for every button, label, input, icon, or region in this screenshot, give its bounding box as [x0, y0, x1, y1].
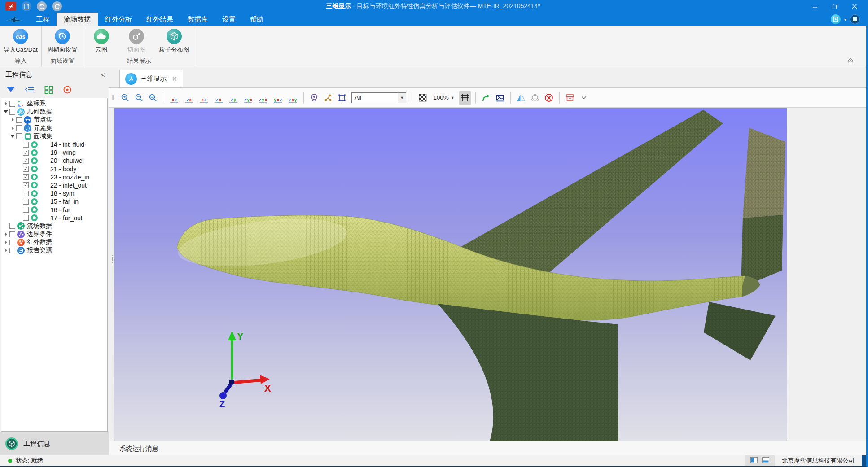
menu-item-3[interactable]: 红外分析: [98, 13, 139, 26]
tree-item[interactable]: 面域集: [1, 132, 107, 140]
zoom-level-select[interactable]: 100%▼: [430, 94, 457, 101]
opacity-button[interactable]: [416, 91, 429, 105]
tree-item[interactable]: 边界条件: [1, 230, 107, 238]
box-select-button[interactable]: [336, 91, 348, 105]
expander-right-icon[interactable]: [10, 118, 15, 122]
tree-item[interactable]: 元素集: [1, 124, 107, 132]
undo-button[interactable]: [37, 1, 47, 11]
redo-button[interactable]: [52, 1, 62, 11]
probe-button[interactable]: [308, 91, 320, 105]
tree-checkbox[interactable]: [23, 142, 29, 148]
tree-item[interactable]: 18 - sym: [1, 189, 107, 197]
panel-collapse-icon[interactable]: <: [101, 71, 105, 79]
mirror-button[interactable]: [515, 91, 527, 105]
view-iso1-button[interactable]: zyx: [256, 91, 270, 105]
tree-checkbox[interactable]: [9, 223, 15, 229]
ribbon-button-cas[interactable]: cas导入Cas/Dat: [1, 28, 40, 54]
tree-checkbox[interactable]: ✓: [23, 158, 29, 164]
tree-checkbox[interactable]: [9, 231, 15, 237]
view-top-button[interactable]: zy: [227, 91, 240, 105]
view-iso2-button[interactable]: yxz: [271, 91, 285, 105]
viewport-3d[interactable]: Y X Z: [114, 108, 787, 441]
archive-button[interactable]: [564, 91, 576, 105]
menu-item-1[interactable]: 工程: [29, 13, 57, 26]
expander-down-icon[interactable]: [10, 134, 15, 139]
tree-checkbox[interactable]: [9, 240, 15, 245]
view-right-button[interactable]: zx: [212, 91, 225, 105]
ribbon-collapse-icon[interactable]: [847, 57, 854, 65]
tree-checkbox[interactable]: ✓: [23, 174, 29, 180]
tree-item[interactable]: ✓23 - nozzle_in: [1, 173, 107, 181]
menu-item-7[interactable]: 帮助: [243, 13, 271, 26]
tree-item[interactable]: 14 - int_fluid: [1, 140, 107, 148]
expander-right-icon[interactable]: [3, 240, 9, 244]
tree-item[interactable]: 17 - far_out: [1, 214, 107, 222]
tree-checkbox[interactable]: [9, 248, 15, 253]
ribbon-button-period-clock[interactable]: 周期面设置: [43, 28, 82, 54]
grid-green-icon[interactable]: [43, 84, 54, 95]
zoom-fit-button[interactable]: [146, 91, 159, 105]
tree-checkbox[interactable]: ✓: [23, 182, 29, 188]
grid-toggle-button[interactable]: [459, 91, 471, 105]
menu-item-4[interactable]: 红外结果: [139, 13, 180, 26]
tab-close-icon[interactable]: ✕: [172, 75, 177, 83]
book-circle-icon[interactable]: [850, 14, 860, 24]
tree-item[interactable]: 报告资源: [1, 246, 107, 254]
list-settings-icon[interactable]: [24, 84, 35, 95]
tree-checkbox[interactable]: ✓: [23, 150, 29, 156]
view-back-button[interactable]: zx: [182, 91, 196, 105]
tree-checkbox[interactable]: [23, 207, 29, 213]
close-button[interactable]: [845, 0, 864, 13]
snapshot-button[interactable]: [494, 91, 506, 105]
menu-item-6[interactable]: 设置: [215, 13, 243, 26]
tree-item[interactable]: 流场数据: [1, 222, 107, 230]
view-bottom-button[interactable]: zyx: [241, 91, 255, 105]
tree-checkbox[interactable]: ✓: [23, 166, 29, 172]
delete-button[interactable]: [543, 91, 555, 105]
view-iso3-button[interactable]: zxy: [286, 91, 299, 105]
target-icon[interactable]: [62, 84, 73, 95]
ribbon-button-cloud[interactable]: 云图: [84, 28, 118, 54]
maximize-button[interactable]: [825, 0, 845, 13]
combo-dropdown-icon[interactable]: ▼: [398, 93, 406, 103]
expander-right-icon[interactable]: [3, 101, 9, 106]
tree-checkbox[interactable]: [16, 125, 22, 131]
tree-checkbox[interactable]: [16, 117, 22, 123]
tree-item[interactable]: ✓22 - inlet_out: [1, 181, 107, 189]
view-left-button[interactable]: xz: [197, 91, 210, 105]
expander-down-icon[interactable]: [3, 109, 9, 114]
toolbar-grip[interactable]: ‖: [111, 94, 114, 101]
tab-3d-view[interactable]: 三维显示 ✕: [119, 70, 183, 87]
app-logo-red[interactable]: [5, 2, 16, 11]
tree-checkbox[interactable]: [16, 133, 22, 139]
particles-button[interactable]: [322, 91, 334, 105]
view-front-button[interactable]: xz: [167, 91, 181, 105]
minimize-button[interactable]: [805, 0, 825, 13]
tree-item[interactable]: 16 - far: [1, 205, 107, 214]
tree-item[interactable]: ✓21 - body: [1, 165, 107, 173]
tree-checkbox[interactable]: [23, 215, 29, 221]
layout-split-icon[interactable]: [750, 457, 758, 464]
tree-checkbox[interactable]: [9, 101, 15, 107]
layout-bottom-icon[interactable]: [762, 457, 769, 464]
run-circle-icon[interactable]: [831, 14, 841, 24]
archive-dropdown-button[interactable]: [578, 91, 590, 105]
zoom-out-button[interactable]: [132, 91, 145, 105]
panel-splitter-handle[interactable]: ⋮⋮: [110, 256, 113, 262]
tree-checkbox[interactable]: [9, 109, 15, 115]
export-button[interactable]: [480, 91, 492, 105]
tree-checkbox[interactable]: [23, 191, 29, 196]
new-doc-button[interactable]: [22, 1, 31, 11]
zoom-in-button[interactable]: [118, 91, 131, 105]
expander-right-icon[interactable]: [10, 126, 15, 131]
display-filter-combo[interactable]: All▼: [351, 92, 406, 103]
tree-item[interactable]: ✓19 - wing: [1, 148, 107, 157]
tree-item[interactable]: 几何数据: [1, 108, 107, 116]
expander-right-icon[interactable]: [3, 232, 9, 236]
tree-item[interactable]: 15 - far_in: [1, 197, 107, 205]
panel-footer[interactable]: 工程信息: [0, 432, 109, 456]
menu-item-5[interactable]: 数据库: [180, 13, 215, 26]
tree-item[interactable]: 红外数据: [1, 238, 107, 246]
ribbon-button-particle-cube[interactable]: 粒子分布图: [154, 28, 194, 54]
tree-item[interactable]: 节点集: [1, 116, 107, 124]
